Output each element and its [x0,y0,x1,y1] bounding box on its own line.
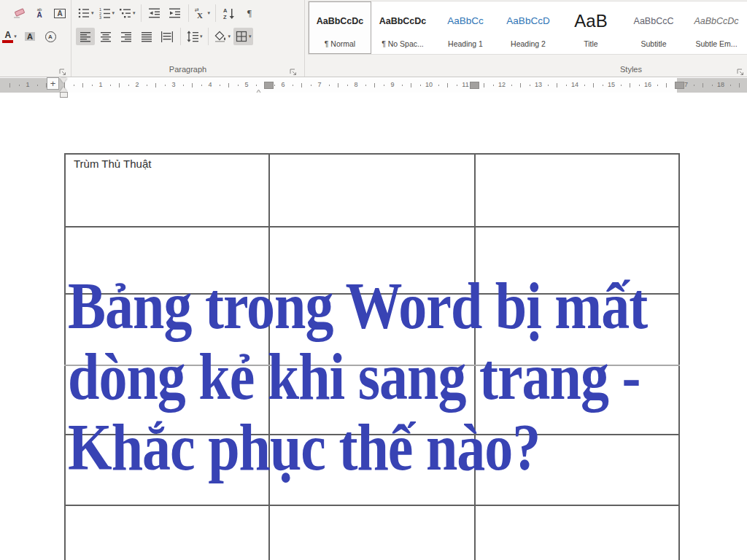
multilevel-list-icon [119,7,132,20]
distribute-button[interactable] [158,28,177,45]
table-column-marker[interactable] [470,82,479,89]
ruler-tick [201,85,202,86]
style-heading-1-card[interactable]: AaBbCcHeading 1 [434,1,497,54]
ruler-tick [301,83,302,88]
ruler-tick [566,85,567,86]
ruler-tick [666,83,667,88]
phonetic-guide-button[interactable]: abA [30,4,49,22]
styles-group-label: Styles [620,65,642,74]
ruler-tick [493,85,494,86]
svg-text:X: X [197,11,203,20]
table-border-top [64,153,680,155]
font-color-icon: A [2,31,13,43]
decrease-indent-icon [148,7,161,20]
styles-dialog-launcher[interactable] [737,66,744,73]
toolbar-separator [215,4,216,22]
ruler-tick [92,85,93,86]
ruler-number: 13 [535,81,542,88]
first-line-indent-marker[interactable] [60,78,67,83]
numbering-button[interactable]: 123▾ [97,4,117,22]
headline-text: Bảng trong Word bị mất dòng kẻ khi sang … [68,271,647,482]
table-cell-text[interactable]: Trùm Thủ Thuật [74,158,151,170]
table-row-line-5 [64,505,680,506]
style-preview-text: AaBbCcDc [379,2,427,39]
ruler-tick [584,85,585,86]
ruler-number: 7 [317,81,321,88]
style-no-spacing-card[interactable]: AaBbCcDc¶ No Spac... [371,1,434,54]
paragraph-marks-button[interactable]: ¶ [240,4,259,22]
ruler-tick [110,85,111,86]
ruler-tick [74,85,74,86]
asian-layout-button[interactable]: ⇄X▾ [193,4,212,22]
increase-indent-icon [169,7,182,20]
bullets-button[interactable]: ▾ [76,4,96,22]
toolbar-separator [208,28,209,45]
line-spacing-button[interactable]: ▾ [185,28,204,45]
ruler-tick [739,83,740,88]
style-heading-2-card[interactable]: AaBbCcDHeading 2 [497,1,560,54]
style-subtitle-card[interactable]: AaBbCcCSubtitle [622,1,685,54]
ruler-tick [511,85,512,86]
svg-text:Z: Z [223,14,227,20]
dropdown-caret-icon: ▾ [133,10,136,16]
character-border-icon: A [54,9,65,18]
horizontal-ruler: 1123456789101112131415161718 [0,78,747,93]
table-column-marker[interactable] [675,82,684,89]
align-center-button[interactable] [96,28,115,45]
decrease-indent-button[interactable] [145,4,164,22]
ruler-tick [274,85,275,86]
character-shading-button[interactable]: A [20,28,39,45]
character-border-button[interactable]: A [50,4,69,22]
style-preview-text: AaBbCc [447,2,484,39]
dropdown-caret-icon: ▾ [112,10,115,16]
ruler-tick [119,83,120,88]
sort-icon: AZ [222,7,236,20]
ribbon: abAA A▾AA ▾123▾▾⇄X▾AZ¶ ▾▾▾ Paragraph AaB… [0,0,747,77]
ruler-number: 9 [390,81,394,88]
align-left-button[interactable] [76,28,95,45]
increase-indent-button[interactable] [166,4,185,22]
left-indent-marker[interactable] [60,92,68,98]
ruler-number: 10 [425,81,433,88]
shading-button[interactable]: ▾ [212,28,233,45]
toolbar-separator [188,4,189,22]
ruler-number: 5 [244,81,248,88]
style-preview-text: AaBbCcD [506,2,549,39]
style-title-card[interactable]: AaBTitle [560,1,622,54]
table-move-handle-icon[interactable]: + [47,77,59,90]
table-column-marker[interactable] [264,82,274,89]
document-page[interactable]: + Trùm Thủ Thuật Bảng trong Word bị mất … [0,93,747,560]
svg-text:3: 3 [99,15,101,20]
ruler-tick [530,85,530,86]
ruler-tick [621,85,622,86]
style-subtle-emphasis-card[interactable]: AaBbCcDcSubtle Em... [685,1,747,54]
ruler-tick [238,85,239,86]
ruler-number: 11 [462,81,468,88]
ruler-tick [155,83,156,88]
toolbar-separator [180,28,181,45]
borders-button[interactable]: ▾ [233,28,253,45]
multilevel-list-button[interactable]: ▾ [117,4,137,22]
paragraph-dialog-launcher[interactable] [290,66,297,73]
ruler-tick [338,83,338,88]
ruler-tick [384,85,384,86]
style-label: Title [584,39,597,48]
style-normal-card[interactable]: AaBbCcDc¶ Normal [309,1,371,54]
numbering-icon: 123 [98,7,112,20]
ruler-tick [329,85,330,86]
ruler-tick [457,85,457,86]
font-color-button[interactable]: A▾ [0,28,19,45]
sort-button[interactable]: AZ [220,4,239,22]
ruler-tick [128,85,129,86]
align-right-button[interactable] [117,28,136,45]
enclose-character-icon: A [45,31,56,42]
font-dialog-launcher[interactable] [59,66,66,73]
enclose-character-button[interactable]: A [41,28,60,45]
clear-formatting-button[interactable] [9,4,28,22]
ruler-tick [228,83,229,88]
paragraph-group: ▾123▾▾⇄X▾AZ¶ ▾▾▾ Paragraph [71,0,305,77]
justify-button[interactable] [137,28,156,45]
ruler-tick [639,85,640,86]
style-preview-text: AaB [574,2,607,39]
hanging-indent-marker[interactable] [60,87,67,92]
